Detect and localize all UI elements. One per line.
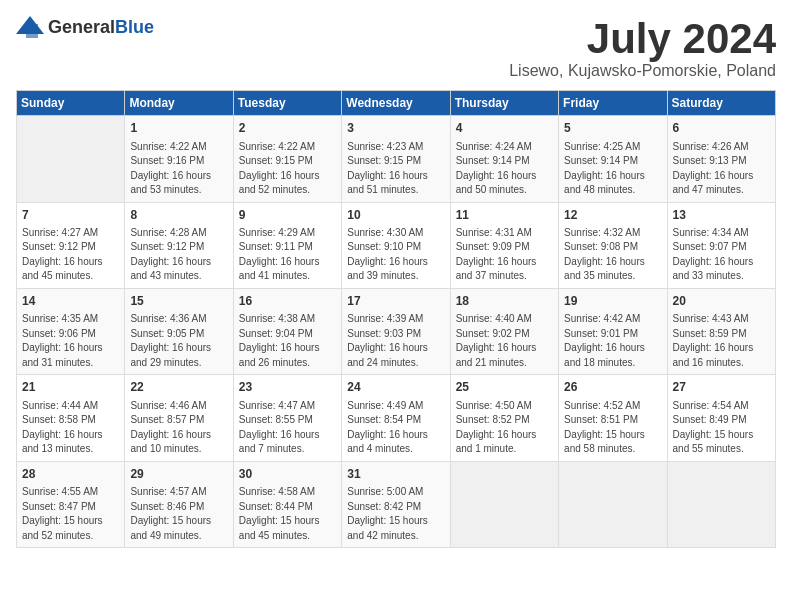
day-number: 3 [347,120,444,137]
day-number: 4 [456,120,553,137]
day-info: Sunrise: 4:22 AM Sunset: 9:16 PM Dayligh… [130,140,227,198]
day-info: Sunrise: 4:39 AM Sunset: 9:03 PM Dayligh… [347,312,444,370]
calendar-cell: 31Sunrise: 5:00 AM Sunset: 8:42 PM Dayli… [342,461,450,547]
day-number: 1 [130,120,227,137]
day-info: Sunrise: 4:27 AM Sunset: 9:12 PM Dayligh… [22,226,119,284]
day-info: Sunrise: 4:54 AM Sunset: 8:49 PM Dayligh… [673,399,770,457]
calendar-cell: 28Sunrise: 4:55 AM Sunset: 8:47 PM Dayli… [17,461,125,547]
day-info: Sunrise: 4:46 AM Sunset: 8:57 PM Dayligh… [130,399,227,457]
calendar-cell [667,461,775,547]
title-block: July 2024 Lisewo, Kujawsko-Pomorskie, Po… [509,16,776,80]
calendar-week-row: 21Sunrise: 4:44 AM Sunset: 8:58 PM Dayli… [17,375,776,461]
weekday-header-thursday: Thursday [450,91,558,116]
day-info: Sunrise: 4:32 AM Sunset: 9:08 PM Dayligh… [564,226,661,284]
day-number: 17 [347,293,444,310]
calendar-cell: 23Sunrise: 4:47 AM Sunset: 8:55 PM Dayli… [233,375,341,461]
day-info: Sunrise: 4:58 AM Sunset: 8:44 PM Dayligh… [239,485,336,543]
day-info: Sunrise: 4:25 AM Sunset: 9:14 PM Dayligh… [564,140,661,198]
logo-icon [16,16,44,38]
day-number: 10 [347,207,444,224]
calendar-cell: 16Sunrise: 4:38 AM Sunset: 9:04 PM Dayli… [233,288,341,374]
calendar-cell: 9Sunrise: 4:29 AM Sunset: 9:11 PM Daylig… [233,202,341,288]
calendar-cell: 19Sunrise: 4:42 AM Sunset: 9:01 PM Dayli… [559,288,667,374]
day-number: 9 [239,207,336,224]
calendar-week-row: 1Sunrise: 4:22 AM Sunset: 9:16 PM Daylig… [17,116,776,202]
calendar-cell: 2Sunrise: 4:22 AM Sunset: 9:15 PM Daylig… [233,116,341,202]
calendar-cell: 6Sunrise: 4:26 AM Sunset: 9:13 PM Daylig… [667,116,775,202]
calendar-cell: 14Sunrise: 4:35 AM Sunset: 9:06 PM Dayli… [17,288,125,374]
day-number: 21 [22,379,119,396]
day-info: Sunrise: 4:42 AM Sunset: 9:01 PM Dayligh… [564,312,661,370]
calendar-cell: 20Sunrise: 4:43 AM Sunset: 8:59 PM Dayli… [667,288,775,374]
day-info: Sunrise: 4:22 AM Sunset: 9:15 PM Dayligh… [239,140,336,198]
calendar-cell: 10Sunrise: 4:30 AM Sunset: 9:10 PM Dayli… [342,202,450,288]
weekday-header-row: SundayMondayTuesdayWednesdayThursdayFrid… [17,91,776,116]
day-number: 18 [456,293,553,310]
day-number: 19 [564,293,661,310]
day-info: Sunrise: 4:30 AM Sunset: 9:10 PM Dayligh… [347,226,444,284]
day-info: Sunrise: 4:28 AM Sunset: 9:12 PM Dayligh… [130,226,227,284]
day-number: 14 [22,293,119,310]
day-info: Sunrise: 4:29 AM Sunset: 9:11 PM Dayligh… [239,226,336,284]
calendar-cell: 27Sunrise: 4:54 AM Sunset: 8:49 PM Dayli… [667,375,775,461]
day-number: 29 [130,466,227,483]
logo-general: General [48,17,115,37]
svg-marker-1 [26,24,38,38]
calendar-week-row: 28Sunrise: 4:55 AM Sunset: 8:47 PM Dayli… [17,461,776,547]
logo: GeneralBlue [16,16,154,38]
day-info: Sunrise: 4:26 AM Sunset: 9:13 PM Dayligh… [673,140,770,198]
day-number: 8 [130,207,227,224]
day-number: 25 [456,379,553,396]
day-info: Sunrise: 4:40 AM Sunset: 9:02 PM Dayligh… [456,312,553,370]
calendar-cell [17,116,125,202]
day-number: 13 [673,207,770,224]
calendar-cell: 18Sunrise: 4:40 AM Sunset: 9:02 PM Dayli… [450,288,558,374]
day-number: 5 [564,120,661,137]
day-info: Sunrise: 4:24 AM Sunset: 9:14 PM Dayligh… [456,140,553,198]
day-info: Sunrise: 4:55 AM Sunset: 8:47 PM Dayligh… [22,485,119,543]
day-info: Sunrise: 4:47 AM Sunset: 8:55 PM Dayligh… [239,399,336,457]
day-info: Sunrise: 4:43 AM Sunset: 8:59 PM Dayligh… [673,312,770,370]
calendar-cell: 26Sunrise: 4:52 AM Sunset: 8:51 PM Dayli… [559,375,667,461]
day-number: 26 [564,379,661,396]
day-number: 20 [673,293,770,310]
calendar-cell: 11Sunrise: 4:31 AM Sunset: 9:09 PM Dayli… [450,202,558,288]
day-info: Sunrise: 4:49 AM Sunset: 8:54 PM Dayligh… [347,399,444,457]
page-header: GeneralBlue July 2024 Lisewo, Kujawsko-P… [16,16,776,80]
day-number: 6 [673,120,770,137]
calendar-cell: 30Sunrise: 4:58 AM Sunset: 8:44 PM Dayli… [233,461,341,547]
day-number: 15 [130,293,227,310]
calendar-cell: 3Sunrise: 4:23 AM Sunset: 9:15 PM Daylig… [342,116,450,202]
weekday-header-friday: Friday [559,91,667,116]
day-number: 27 [673,379,770,396]
day-info: Sunrise: 4:23 AM Sunset: 9:15 PM Dayligh… [347,140,444,198]
day-number: 30 [239,466,336,483]
calendar-cell: 12Sunrise: 4:32 AM Sunset: 9:08 PM Dayli… [559,202,667,288]
calendar-cell: 21Sunrise: 4:44 AM Sunset: 8:58 PM Dayli… [17,375,125,461]
day-number: 31 [347,466,444,483]
calendar-cell [450,461,558,547]
day-info: Sunrise: 4:50 AM Sunset: 8:52 PM Dayligh… [456,399,553,457]
day-info: Sunrise: 4:34 AM Sunset: 9:07 PM Dayligh… [673,226,770,284]
calendar-cell: 7Sunrise: 4:27 AM Sunset: 9:12 PM Daylig… [17,202,125,288]
day-info: Sunrise: 5:00 AM Sunset: 8:42 PM Dayligh… [347,485,444,543]
calendar-cell: 22Sunrise: 4:46 AM Sunset: 8:57 PM Dayli… [125,375,233,461]
day-number: 22 [130,379,227,396]
day-info: Sunrise: 4:52 AM Sunset: 8:51 PM Dayligh… [564,399,661,457]
calendar-week-row: 14Sunrise: 4:35 AM Sunset: 9:06 PM Dayli… [17,288,776,374]
day-number: 11 [456,207,553,224]
calendar-week-row: 7Sunrise: 4:27 AM Sunset: 9:12 PM Daylig… [17,202,776,288]
calendar-cell: 29Sunrise: 4:57 AM Sunset: 8:46 PM Dayli… [125,461,233,547]
day-number: 23 [239,379,336,396]
day-number: 28 [22,466,119,483]
day-number: 24 [347,379,444,396]
day-info: Sunrise: 4:57 AM Sunset: 8:46 PM Dayligh… [130,485,227,543]
weekday-header-monday: Monday [125,91,233,116]
calendar-cell: 4Sunrise: 4:24 AM Sunset: 9:14 PM Daylig… [450,116,558,202]
calendar-cell: 15Sunrise: 4:36 AM Sunset: 9:05 PM Dayli… [125,288,233,374]
day-number: 2 [239,120,336,137]
weekday-header-sunday: Sunday [17,91,125,116]
calendar-cell: 13Sunrise: 4:34 AM Sunset: 9:07 PM Dayli… [667,202,775,288]
weekday-header-saturday: Saturday [667,91,775,116]
calendar-cell: 17Sunrise: 4:39 AM Sunset: 9:03 PM Dayli… [342,288,450,374]
